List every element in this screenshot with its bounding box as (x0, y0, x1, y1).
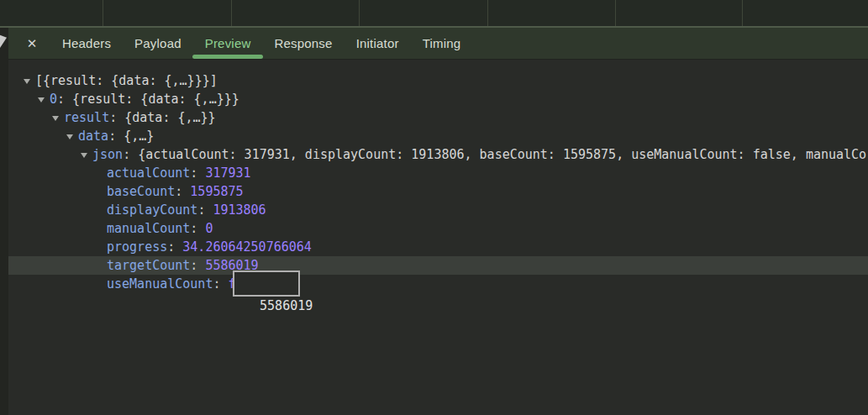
tab-payload[interactable]: Payload (134, 28, 181, 59)
disclosure-triangle-icon[interactable] (81, 153, 87, 158)
property-key: targetCount (107, 258, 190, 273)
selected-row-marker (0, 34, 7, 48)
tree-row-progress[interactable]: progress: 34.26064250766064 (8, 238, 868, 256)
tab-initiator[interactable]: Initiator (356, 28, 399, 59)
key-value-separator: : (123, 147, 138, 162)
property-key: result (64, 110, 109, 125)
tree-row-targetCount[interactable]: targetCount: 5586019 (8, 256, 868, 275)
value-tooltip: 5586019 (233, 271, 300, 297)
object-preview: {,…} (124, 129, 154, 144)
column-divider (103, 0, 103, 26)
disclosure-triangle-icon[interactable] (52, 116, 59, 121)
tree-row-data[interactable]: data: {,…} (8, 127, 868, 145)
property-key: progress (107, 239, 167, 255)
object-preview: {actualCount: 317931, displayCount: 1913… (138, 147, 866, 162)
property-value: 1595875 (190, 184, 243, 199)
close-icon[interactable]: ✕ (25, 28, 39, 59)
column-divider (487, 0, 488, 26)
object-preview: {data: {,…}} (124, 110, 215, 125)
disclosure-triangle-icon[interactable] (66, 134, 73, 139)
tree-row-result[interactable]: result: {data: {,…}} (8, 108, 868, 127)
tab-preview[interactable]: Preview (205, 28, 251, 59)
object-preview: {result: {data: {,…}}} (72, 92, 239, 107)
key-value-separator: : (167, 239, 182, 255)
tooltip-text: 5586019 (260, 298, 313, 313)
key-value-separator: : (108, 129, 124, 144)
tree-row-displayCount[interactable]: displayCount: 1913806 (8, 201, 868, 219)
property-key: data (78, 129, 108, 144)
disclosure-triangle-icon[interactable] (38, 97, 45, 102)
key-value-separator: : (57, 92, 72, 107)
tab-headers[interactable]: Headers (62, 28, 111, 59)
key-value-separator: : (175, 184, 190, 199)
property-value: 1913806 (213, 202, 266, 218)
preview-json-tree: [{result: {data: {,…}}}]0: {result: {dat… (8, 60, 868, 415)
property-key: displayCount (107, 202, 197, 218)
property-value: 34.26064250766064 (182, 239, 312, 255)
property-key: json (92, 147, 123, 162)
property-key: actualCount (107, 165, 190, 181)
column-divider (742, 0, 743, 26)
tab-timing[interactable]: Timing (423, 28, 461, 59)
key-value-separator: : (190, 165, 205, 181)
tree-row-manualCount[interactable]: manualCount: 0 (8, 219, 868, 238)
key-value-separator: : (109, 110, 124, 125)
key-value-separator: : (190, 258, 205, 273)
property-key: 0 (50, 92, 57, 107)
tree-row-json[interactable]: json: {actualCount: 317931, displayCount… (8, 145, 868, 164)
tab-response[interactable]: Response (274, 28, 332, 59)
tree-row-useManualCount[interactable]: useManualCount: false (8, 275, 868, 293)
key-value-separator: : (190, 221, 205, 236)
tree-row-baseCount[interactable]: baseCount: 1595875 (8, 182, 868, 201)
column-divider (615, 0, 616, 26)
column-divider (359, 0, 360, 26)
disclosure-triangle-icon[interactable] (24, 79, 30, 84)
property-key: baseCount (107, 184, 175, 199)
property-key: useManualCount (107, 276, 213, 292)
tree-row-0[interactable]: 0: {result: {data: {,…}}} (8, 90, 868, 108)
detail-pane-tabbar: ✕ HeadersPayloadPreviewResponseInitiator… (8, 28, 868, 60)
tree-row-root[interactable]: [{result: {data: {,…}}}] (8, 71, 868, 90)
object-preview: [{result: {data: {,…}}}] (35, 73, 218, 88)
property-value: 0 (205, 221, 213, 236)
tabs: HeadersPayloadPreviewResponseInitiatorTi… (62, 28, 460, 59)
column-divider (231, 0, 232, 26)
network-table-header-strip (0, 0, 868, 28)
key-value-separator: : (197, 202, 213, 218)
tree-row-actualCount[interactable]: actualCount: 317931 (8, 164, 868, 182)
key-value-separator: : (213, 276, 228, 292)
request-list-edge (0, 28, 8, 415)
property-value: 317931 (205, 165, 250, 181)
property-key: manualCount (107, 221, 190, 236)
